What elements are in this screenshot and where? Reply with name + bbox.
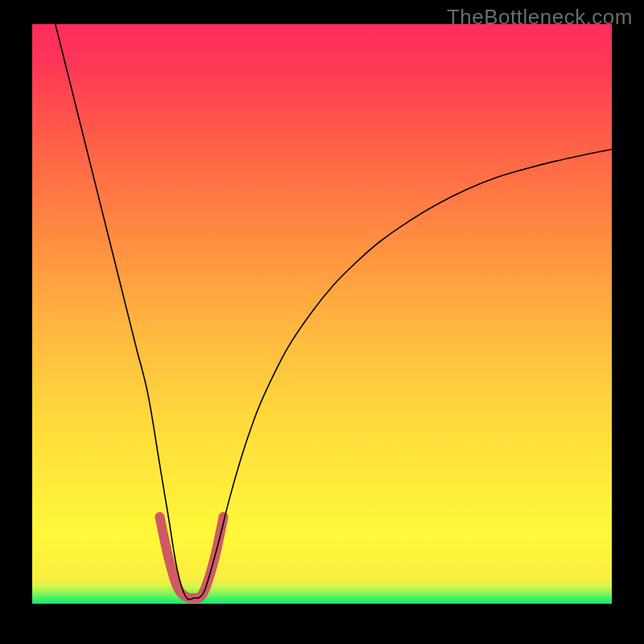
chart-svg <box>32 24 612 604</box>
chart-frame: TheBottleneck.com <box>0 0 644 644</box>
plot-area <box>32 24 612 604</box>
bottleneck-curve <box>56 24 612 600</box>
watermark-text: TheBottleneck.com <box>447 5 633 30</box>
